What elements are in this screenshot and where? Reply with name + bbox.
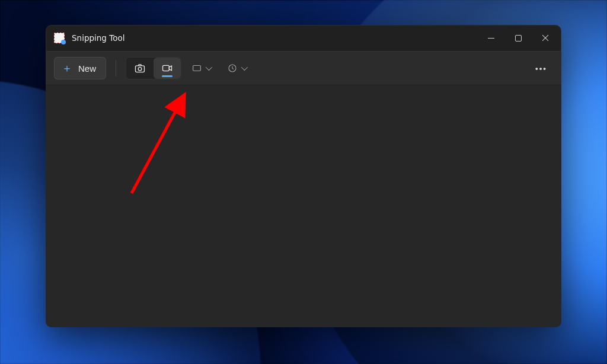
svg-rect-3 xyxy=(193,66,201,71)
new-button[interactable]: ＋ New xyxy=(54,57,106,79)
close-button[interactable] xyxy=(532,25,559,51)
window-title: Snipping Tool xyxy=(72,33,124,43)
capture-mode-group xyxy=(126,57,181,79)
app-icon xyxy=(54,33,65,43)
svg-point-1 xyxy=(138,67,142,71)
maximize-button[interactable] xyxy=(504,25,532,51)
more-options-button[interactable]: ••• xyxy=(529,57,553,79)
video-camera-icon xyxy=(161,62,173,74)
record-mode-button[interactable] xyxy=(154,58,181,79)
chevron-down-icon xyxy=(206,64,212,71)
content-area xyxy=(46,85,561,327)
clock-icon xyxy=(227,63,238,74)
minimize-button[interactable] xyxy=(477,25,504,51)
new-button-label: New xyxy=(78,63,96,74)
svg-rect-2 xyxy=(163,65,170,71)
window-controls xyxy=(477,25,559,51)
snip-mode-button[interactable] xyxy=(126,58,154,79)
app-window: Snipping Tool ＋ New xyxy=(46,25,561,327)
ellipsis-icon: ••• xyxy=(535,64,547,73)
annotation-arrow xyxy=(46,85,561,327)
svg-line-5 xyxy=(132,96,184,193)
rectangle-icon xyxy=(191,63,202,74)
chevron-down-icon xyxy=(241,64,248,71)
delay-dropdown[interactable] xyxy=(221,57,253,79)
snip-shape-dropdown[interactable] xyxy=(185,57,217,79)
plus-icon: ＋ xyxy=(62,63,72,74)
svg-rect-0 xyxy=(136,66,145,72)
toolbar-divider xyxy=(116,60,116,76)
titlebar: Snipping Tool xyxy=(46,25,561,51)
toolbar: ＋ New xyxy=(46,51,561,85)
camera-icon xyxy=(134,62,146,74)
